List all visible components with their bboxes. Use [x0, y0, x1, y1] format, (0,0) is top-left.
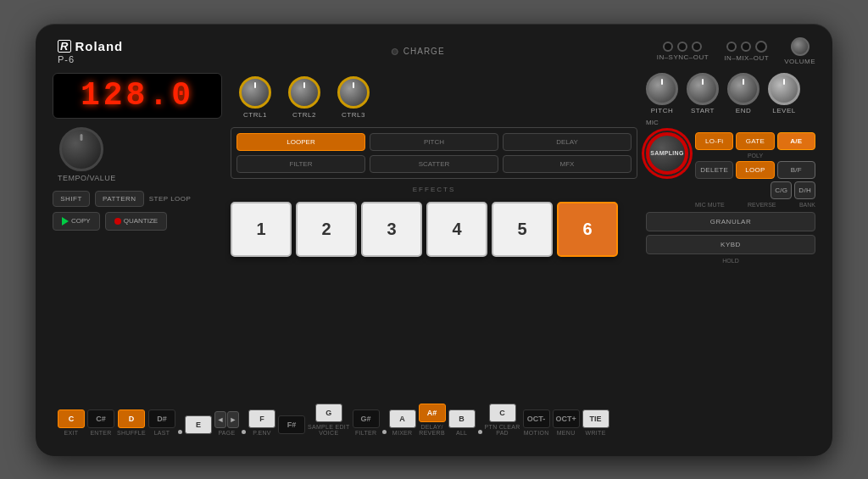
ae-button[interactable]: A/E	[777, 132, 815, 150]
loop-button[interactable]: LOOP	[736, 161, 774, 179]
volume-label: VOLUME	[784, 58, 815, 65]
pitch-button[interactable]: PITCH	[370, 133, 498, 151]
scatter-button[interactable]: SCATTER	[370, 155, 498, 173]
sync-jacks	[663, 42, 702, 52]
key-tie-button[interactable]: TIE	[582, 409, 609, 428]
pad-3[interactable]: 3	[361, 202, 422, 257]
key-octminus-motion: OCT- MOTION	[523, 409, 550, 436]
motion-label: MOTION	[524, 430, 549, 436]
ctrl3-knob[interactable]	[337, 76, 370, 109]
key-octplus-button[interactable]: OCT+	[553, 409, 580, 428]
mfx-button[interactable]: MFX	[503, 155, 632, 173]
end-knob-group: END	[727, 73, 760, 114]
roland-p6-device: R Roland P-6 CHARGE IN–SYNC–OUT	[36, 24, 832, 456]
sampling-button[interactable]: SAMPLING	[646, 132, 688, 175]
pitch-knobs-row: PITCH START END LEVEL	[646, 73, 815, 114]
key-b-button[interactable]: B	[448, 409, 476, 428]
key-fsharp-button[interactable]: F#	[278, 415, 305, 434]
pads-row: 1 2 3 4 5 6	[231, 202, 637, 257]
ctrl3-group: CTRL3	[337, 76, 370, 119]
mix-jacks	[726, 41, 767, 53]
dot-separator-4	[478, 430, 482, 434]
shift-button[interactable]: SHIFT	[53, 191, 90, 207]
end-knob[interactable]	[727, 73, 760, 105]
shuffle-label: SHUFFLE	[117, 430, 146, 436]
key-c2-button[interactable]: C	[489, 404, 516, 422]
granular-button[interactable]: GRANULAR	[646, 212, 815, 231]
page-right-button[interactable]: ►	[227, 411, 239, 428]
pad-4[interactable]: 4	[426, 202, 487, 257]
lofi-button[interactable]: LO-Fi	[695, 132, 733, 150]
key-dsharp-button[interactable]: D#	[148, 409, 175, 428]
copy-label: COPY	[71, 217, 91, 225]
roland-r-mark: R	[58, 40, 71, 53]
volume-knob[interactable]	[791, 37, 810, 56]
bf-button[interactable]: B/F	[777, 161, 815, 179]
effects-label: EFFECTS	[231, 186, 637, 193]
model-label: P-6	[58, 54, 123, 64]
start-label: START	[691, 107, 715, 114]
ctrl3-label: CTRL3	[342, 111, 365, 119]
delay-button[interactable]: DELAY	[503, 133, 632, 151]
delete-button[interactable]: DELETE	[695, 161, 733, 179]
reverse-label: REVERSE	[748, 202, 776, 208]
page-left-button[interactable]: ◄	[214, 411, 226, 428]
key-e-button[interactable]: E	[185, 415, 212, 434]
start-knob[interactable]	[687, 73, 719, 105]
key-c-button[interactable]: C	[58, 409, 85, 428]
key-d-button[interactable]: D	[118, 409, 145, 428]
pitch-knob[interactable]	[646, 73, 678, 105]
dh-button[interactable]: D/H	[794, 181, 815, 199]
key-octplus-menu: OCT+ MENU	[553, 409, 580, 436]
page-label: PAGE	[218, 430, 235, 436]
pattern-button[interactable]: PATTERN	[95, 191, 144, 207]
charge-label: CHARGE	[403, 47, 445, 56]
start-knob-group: START	[687, 73, 719, 114]
level-knob[interactable]	[768, 73, 800, 105]
key-f-button[interactable]: F	[248, 409, 275, 428]
gate-button[interactable]: GATE	[736, 132, 774, 150]
key-gsharp-filter: G# FILTER	[353, 409, 380, 436]
pad-2[interactable]: 2	[296, 202, 357, 257]
ctrl2-group: CTRL2	[288, 76, 320, 119]
step-loop-label: STEP LOOP	[149, 195, 192, 203]
mic-label: MIC	[646, 119, 815, 126]
tempo-knob-area: TEMPO/VALUE	[53, 127, 222, 182]
mix-jack-3	[755, 41, 767, 53]
top-bar: R Roland P-6 CHARGE IN–SYNC–OUT	[53, 36, 815, 68]
left-section: 128.0 TEMPO/VALUE SHIFT PATTERN STEP LOO…	[53, 73, 222, 404]
pitch-label: PITCH	[424, 138, 444, 146]
tempo-label: TEMPO/VALUE	[58, 174, 116, 182]
tempo-knob[interactable]	[59, 127, 103, 171]
pad-1[interactable]: 1	[231, 202, 292, 257]
looper-button[interactable]: LOOPER	[236, 133, 365, 151]
ctrl1-knob[interactable]	[239, 76, 271, 109]
key-gsharp-button[interactable]: G#	[353, 409, 380, 428]
sampling-button-area: SAMPLING	[646, 132, 688, 175]
filter-sub-label: FILTER	[355, 430, 376, 436]
mix-jack-1	[726, 42, 737, 52]
volume-group: VOLUME	[784, 37, 815, 65]
delay-label: DELAY	[556, 138, 578, 146]
page-arrows-group: ◄ ► PAGE	[214, 411, 239, 436]
key-asharp-button[interactable]: A#	[419, 404, 446, 422]
key-g-button[interactable]: G	[315, 404, 342, 422]
key-csharp-button[interactable]: C#	[87, 409, 114, 428]
charge-area: CHARGE	[392, 47, 445, 56]
copy-button[interactable]: COPY	[53, 212, 100, 231]
key-f-penv: F P.ENV	[248, 409, 275, 436]
filter-button[interactable]: FILTER	[236, 155, 365, 173]
sync-port-group: IN–SYNC–OUT	[657, 42, 709, 61]
mix-port-group: IN–MIX–OUT	[724, 41, 769, 62]
mixer-label: MIXER	[392, 430, 413, 436]
ctrl-knobs-row: CTRL1 CTRL2 CTRL3	[231, 73, 637, 122]
key-a-button[interactable]: A	[389, 409, 416, 428]
pad-6[interactable]: 6	[557, 202, 618, 257]
ctrl2-knob[interactable]	[288, 76, 320, 109]
pad-5[interactable]: 5	[492, 202, 553, 257]
dot-separator-1	[178, 430, 182, 434]
key-octminus-button[interactable]: OCT-	[523, 409, 550, 428]
cg-button[interactable]: C/G	[771, 181, 792, 199]
kybd-button[interactable]: KYBD	[646, 235, 815, 254]
quantize-button[interactable]: QUANTIZE	[105, 212, 167, 231]
